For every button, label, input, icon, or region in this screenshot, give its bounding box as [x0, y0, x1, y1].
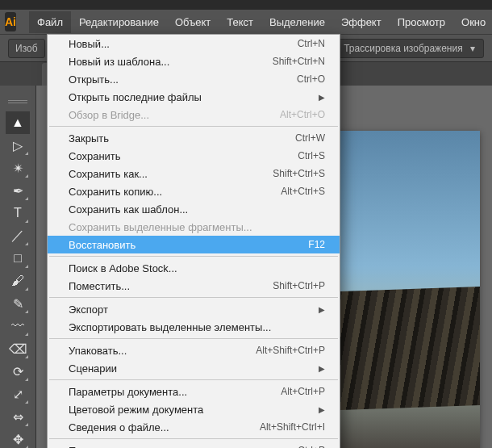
tool-blob-brush[interactable]: 〰 [6, 315, 30, 337]
image-trace-button[interactable]: Трассировка изображения ▾ [335, 39, 484, 58]
flyout-indicator-icon [25, 287, 28, 291]
menu-item-shortcut: Ctrl+P [298, 445, 325, 448]
menu-item-label: Поместить... [69, 280, 130, 292]
flyout-indicator-icon [25, 174, 28, 178]
menu-item-shortcut: Shift+Ctrl+S [273, 168, 325, 179]
tool-rotate[interactable]: ⟳ [6, 360, 30, 383]
menu-item[interactable]: Экспортировать выделенные элементы... [48, 318, 340, 336]
menu-item-shortcut: Alt+Ctrl+P [281, 386, 325, 397]
menu-item-label: Сохранить как... [69, 168, 148, 180]
menu-объект[interactable]: Объект [167, 11, 219, 33]
tool-line[interactable]: ／ [6, 224, 30, 247]
menu-item[interactable]: Сценарии▶ [48, 359, 340, 377]
tool-pencil[interactable]: ✎ [6, 292, 30, 315]
submenu-arrow-icon: ▶ [319, 405, 325, 414]
tool-width[interactable]: ⇔ [6, 405, 30, 428]
menu-выделение[interactable]: Выделение [261, 11, 333, 33]
menu-separator [49, 297, 338, 298]
submenu-arrow-icon: ▶ [319, 93, 325, 102]
flyout-indicator-icon [25, 265, 28, 268]
flyout-indicator-icon [25, 197, 28, 200]
menu-item[interactable]: Новый из шаблона...Shift+Ctrl+N [48, 52, 340, 70]
flyout-indicator-icon [25, 400, 28, 404]
menu-item[interactable]: Упаковать...Alt+Shift+Ctrl+P [48, 341, 340, 359]
window-titlebar [0, 0, 492, 10]
chevron-down-icon: ▾ [470, 43, 475, 54]
tool-scale[interactable]: ⤢ [6, 383, 30, 405]
menu-item[interactable]: Открыть...Ctrl+O [48, 70, 340, 88]
flyout-indicator-icon [25, 220, 28, 223]
menu-separator [49, 438, 338, 439]
tool-eraser[interactable]: ⌫ [6, 337, 30, 360]
menu-item[interactable]: Сведения о файле...Alt+Shift+Ctrl+I [48, 418, 340, 436]
menu-item[interactable]: ЗакрытьCtrl+W [48, 129, 340, 147]
menu-item-label: Экспортировать выделенные элементы... [69, 321, 271, 333]
tool-type[interactable]: T [6, 202, 30, 224]
menu-item[interactable]: Сохранить как...Shift+Ctrl+S [48, 165, 340, 182]
menu-item-label: Обзор в Bridge... [69, 109, 149, 121]
tool-free-transform[interactable]: ✥ [6, 428, 30, 448]
tool-magic-wand[interactable]: ✴ [6, 157, 30, 179]
menu-просмотр[interactable]: Просмотр [390, 11, 453, 33]
menu-item-label: Экспорт [69, 304, 108, 316]
tool-paintbrush[interactable]: 🖌 [6, 270, 30, 292]
flyout-indicator-icon [25, 333, 28, 336]
menu-item-label: Сохранить копию... [69, 186, 162, 198]
menu-редактирование[interactable]: Редактирование [71, 11, 167, 33]
menu-item[interactable]: Сохранить копию...Alt+Ctrl+S [48, 182, 340, 200]
menu-item[interactable]: Открыть последние файлы▶ [48, 88, 340, 106]
menu-окно[interactable]: Окно [453, 11, 492, 33]
menu-item[interactable]: СохранитьCtrl+S [48, 147, 340, 165]
tool-selection[interactable]: ▲ [6, 111, 30, 134]
menu-item-label: Сохранить [69, 150, 121, 162]
menu-item-label: Упаковать... [69, 345, 127, 357]
file-menu-dropdown: Новый...Ctrl+NНовый из шаблона...Shift+C… [47, 34, 340, 448]
menu-item[interactable]: Печать...Ctrl+P [48, 442, 340, 448]
flyout-indicator-icon [25, 423, 28, 426]
menu-item[interactable]: Поиск в Adobe Stock... [48, 259, 340, 277]
menu-item-shortcut: Alt+Shift+Ctrl+P [256, 345, 325, 356]
menu-item-label: Новый из шаблона... [69, 56, 169, 68]
menubar: Ai ФайлРедактированиеОбъектТекстВыделени… [0, 10, 492, 34]
menu-separator [49, 338, 338, 339]
menu-item[interactable]: Сохранить как шаблон... [48, 200, 340, 218]
menu-separator [49, 256, 338, 257]
flyout-indicator-icon [25, 378, 28, 381]
menu-item[interactable]: Новый...Ctrl+N [48, 35, 340, 52]
options-left-tab[interactable]: Изоб [8, 39, 45, 58]
menu-item: Обзор в Bridge...Alt+Ctrl+O [48, 106, 340, 124]
flyout-indicator-icon [25, 152, 28, 155]
menu-item[interactable]: Цветовой режим документа▶ [48, 400, 340, 418]
menu-item-shortcut: Ctrl+O [297, 73, 325, 85]
menu-item-label: Открыть последние файлы [69, 91, 202, 103]
menu-текст[interactable]: Текст [219, 11, 261, 33]
menu-item-shortcut: Alt+Ctrl+S [281, 186, 325, 197]
menu-item[interactable]: ВосстановитьF12 [48, 236, 340, 253]
menu-item[interactable]: Экспорт▶ [48, 300, 340, 318]
tool-rectangle[interactable]: □ [6, 247, 30, 270]
menu-item-label: Поиск в Adobe Stock... [69, 262, 177, 274]
menu-item-label: Сведения о файле... [69, 421, 169, 433]
menu-эффект[interactable]: Эффект [333, 11, 390, 33]
menu-item-shortcut: Alt+Ctrl+O [280, 109, 325, 120]
menu-item[interactable]: Поместить...Shift+Ctrl+P [48, 277, 340, 295]
menu-item-shortcut: Ctrl+N [298, 38, 325, 49]
menu-item-label: Открыть... [69, 73, 119, 86]
tool-direct-selection[interactable]: ▷ [6, 134, 30, 157]
panel-grip[interactable] [8, 100, 27, 105]
menu-item-label: Восстановить [69, 239, 136, 251]
menu-item-label: Печать... [69, 445, 111, 449]
menu-item-shortcut: Ctrl+S [298, 150, 325, 161]
menu-item-shortcut: Alt+Shift+Ctrl+I [260, 421, 325, 433]
app-logo: Ai [5, 12, 16, 31]
menu-item[interactable]: Параметры документа...Alt+Ctrl+P [48, 383, 340, 400]
flyout-indicator-icon [25, 310, 28, 313]
menu-item-label: Параметры документа... [69, 386, 187, 398]
menu-item-shortcut: Shift+Ctrl+P [273, 280, 325, 291]
tools-panel: ▲▷✴✒T／□🖌✎〰⌫⟳⤢⇔✥ [0, 86, 36, 448]
menu-item-label: Сценарии [69, 362, 117, 375]
menu-файл[interactable]: Файл [29, 11, 71, 33]
tool-pen[interactable]: ✒ [6, 179, 30, 202]
menu-item-label: Цветовой режим документа [69, 404, 203, 416]
menu-item: Сохранить выделенные фрагменты... [48, 218, 340, 236]
